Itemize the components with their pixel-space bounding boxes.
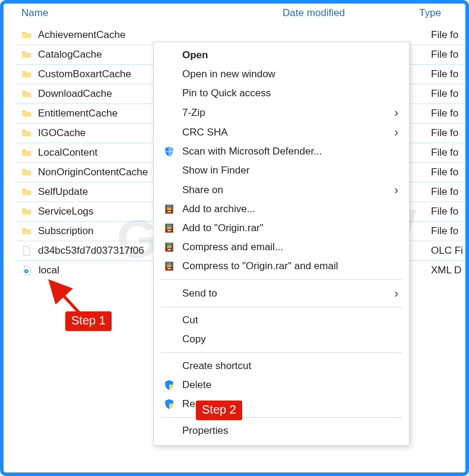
menu-item-send-to[interactable]: Send to› (154, 283, 409, 303)
svg-rect-8 (167, 207, 172, 209)
menu-icon-blank (162, 333, 176, 346)
menu-icon-blank (162, 49, 176, 62)
menu-icon-blank (162, 87, 176, 100)
file-name-label: ServiceLogs (38, 206, 94, 217)
file-name-label: DownloadCache (38, 88, 112, 100)
context-menu: OpenOpen in new windowPin to Quick acces… (153, 42, 410, 446)
xml-file-icon (22, 265, 33, 276)
chevron-right-icon: › (394, 286, 401, 300)
menu-item-copy[interactable]: Copy (154, 330, 409, 349)
menu-item-label: Share on (182, 184, 394, 196)
menu-icon-blank (162, 184, 176, 197)
file-type-label: XML D (431, 264, 469, 276)
menu-item-label: Compress and email... (182, 241, 401, 253)
chevron-right-icon: › (394, 106, 401, 119)
file-type-label: File fo (431, 88, 469, 100)
menu-item-open[interactable]: Open (154, 46, 409, 65)
file-type-label: File fo (431, 29, 469, 41)
file-type-label: File fo (431, 147, 469, 159)
column-headers: Name Date modified Type (4, 4, 465, 25)
menu-item-res[interactable]: Res (154, 395, 409, 414)
column-header-type[interactable]: Type (419, 7, 455, 19)
folder-icon (21, 89, 32, 99)
annotation-step-2: Step 2 (196, 401, 242, 420)
menu-item-label: Scan with Microsoft Defender... (182, 146, 401, 157)
menu-separator (161, 279, 402, 280)
svg-rect-9 (167, 208, 172, 210)
file-name-label: IGOCache (38, 127, 85, 139)
svg-rect-30 (167, 265, 172, 267)
svg-rect-2 (165, 151, 173, 152)
menu-icon-blank (162, 106, 176, 119)
menu-icon-blank (162, 360, 176, 373)
svg-rect-15 (167, 226, 172, 228)
folder-icon (21, 226, 32, 237)
menu-icon-blank (162, 126, 176, 139)
menu-icon-blank (162, 287, 176, 300)
file-name-label: CustomBoxartCache (38, 68, 131, 80)
svg-rect-6 (168, 211, 171, 212)
menu-item-label: CRC SHA (182, 127, 394, 138)
menu-item-7-zip[interactable]: 7-Zip› (154, 103, 409, 122)
menu-item-label: Copy (182, 333, 401, 345)
menu-item-add-to-origin-rar[interactable]: Add to "Origin.rar" (154, 219, 409, 238)
menu-item-pin-to-quick-access[interactable]: Pin to Quick access (154, 84, 409, 103)
folder-icon (21, 69, 32, 80)
menu-item-add-to-archive[interactable]: Add to archive... (154, 200, 409, 219)
shield-icon (162, 379, 176, 392)
folder-icon (21, 206, 32, 217)
menu-item-compress-to-origin-rar-and-email[interactable]: Compress to "Origin.rar" and email (154, 257, 409, 276)
svg-rect-22 (167, 245, 172, 247)
file-name-label: EntitlementCache (38, 108, 118, 119)
folder-icon (21, 167, 32, 178)
menu-icon-blank (162, 68, 176, 81)
svg-rect-14 (167, 224, 172, 226)
file-name-label: Subscription (38, 225, 94, 237)
file-type-label: File fo (431, 206, 469, 217)
menu-icon-blank (162, 424, 176, 437)
menu-item-create-shortcut[interactable]: Create shortcut (154, 357, 409, 376)
menu-item-label: Pin to Quick access (182, 87, 401, 99)
file-icon (21, 245, 32, 256)
folder-icon (21, 128, 32, 138)
chevron-right-icon: › (394, 183, 401, 197)
winrar-icon (162, 241, 176, 254)
menu-item-open-in-new-window[interactable]: Open in new window (154, 65, 409, 84)
file-name-label: CatalogCache (38, 49, 102, 61)
winrar-icon (162, 260, 176, 273)
file-name-label: local (39, 264, 59, 276)
file-name-label: NonOriginContentCache (38, 166, 148, 178)
menu-icon-blank (162, 314, 176, 327)
file-type-label: File fo (431, 68, 469, 80)
svg-rect-27 (168, 268, 171, 269)
menu-item-properties[interactable]: Properties (154, 421, 409, 440)
menu-item-label: Add to "Origin.rar" (182, 222, 401, 234)
menu-item-label: Open (182, 49, 401, 61)
folder-icon (21, 30, 32, 40)
column-header-name[interactable]: Name (21, 7, 283, 19)
menu-item-share-on[interactable]: Share on› (154, 180, 409, 200)
annotation-step-1: Step 1 (65, 311, 112, 331)
menu-item-label: Send to (182, 288, 394, 300)
menu-item-label: Compress to "Origin.rar" and email (182, 260, 401, 272)
file-type-label: File fo (431, 108, 469, 119)
file-type-label: File fo (431, 166, 469, 178)
menu-item-compress-and-email[interactable]: Compress and email... (154, 238, 409, 257)
menu-item-label: Delete (182, 379, 401, 391)
menu-item-label: Create shortcut (182, 360, 401, 372)
menu-item-label: Show in Finder (182, 165, 401, 176)
menu-item-cut[interactable]: Cut (154, 311, 409, 330)
menu-item-scan-with-microsoft-defender[interactable]: Scan with Microsoft Defender... (154, 142, 409, 161)
menu-item-delete[interactable]: Delete (154, 376, 409, 395)
menu-item-crc-sha[interactable]: CRC SHA› (154, 122, 409, 142)
menu-item-show-in-finder[interactable]: Show in Finder (154, 161, 409, 180)
svg-rect-21 (167, 243, 172, 245)
svg-rect-29 (167, 264, 172, 266)
svg-line-31 (52, 283, 81, 314)
menu-item-label: Add to archive... (182, 203, 401, 215)
menu-separator (161, 307, 402, 307)
menu-separator (161, 352, 402, 353)
column-header-date[interactable]: Date modified (283, 7, 419, 19)
file-type-label: File fo (431, 225, 469, 237)
file-name-cell: AchievementCache (21, 29, 431, 41)
